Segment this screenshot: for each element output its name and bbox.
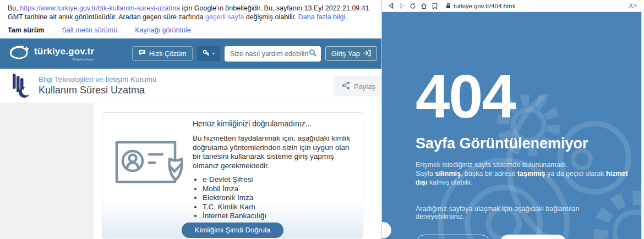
auth-description-text: Bu hizmetten faydalanmak için, aşağıdaki…: [193, 134, 355, 170]
key-icon: [203, 49, 210, 58]
forward-icon[interactable]: [397, 2, 406, 10]
bookmark-icon[interactable]: [430, 2, 439, 10]
home-icon[interactable]: [419, 2, 428, 10]
service-title: Kullanım Süresi Uzatma: [39, 85, 156, 96]
error-code: 404: [416, 70, 628, 123]
back-icon[interactable]: [386, 2, 395, 10]
address-url: turkiye.gov.tr/404.html: [454, 3, 515, 9]
error-page-viewport: 404 Sayfa Görüntülenemiyor Erişmek isted…: [382, 12, 641, 239]
browser-toolbar: turkiye.gov.tr/404.html 文A: [382, 0, 644, 12]
quick-solution-button[interactable]: Hızlı Çözüm: [132, 46, 193, 61]
service-header: Bilgi Teknolojileri ve İletişim Kurumu K…: [0, 69, 381, 103]
quick-solution-label: Hızlı Çözüm: [149, 50, 187, 58]
search-icon[interactable]: [309, 49, 316, 59]
homepage-button[interactable]: ANASAYFA: [500, 235, 567, 239]
tab-text-only-version[interactable]: Salt metin sürümü: [62, 26, 117, 34]
go-back-button[interactable]: ← GERİ DÖN: [416, 235, 490, 239]
help-search-box: [225, 46, 321, 62]
cache-version-tabs: Tam sürüm Salt metin sürümü Kaynağı görü…: [0, 21, 381, 38]
toolbar-divider: [641, 2, 641, 10]
error-description: Erişmek istediğiniz sayfa sistemde bulun…: [416, 160, 628, 187]
cached-url-link[interactable]: https://www.turkiye.gov.tr/btk-kullanim-…: [20, 4, 180, 12]
auth-method-item: İnternet Bankacılığı: [203, 212, 355, 221]
current-page-link[interactable]: geçerli sayfa: [205, 13, 244, 21]
auth-intro-text: Henüz kimliğinizi doğrulamadınız...: [193, 119, 355, 128]
edevlet-swirl-icon: [7, 43, 31, 64]
id-card-shield-icon: [115, 137, 188, 194]
share-icon: [342, 81, 350, 91]
cached-page-panel: Bu, https://www.turkiye.gov.tr/btk-kulla…: [0, 0, 381, 239]
tab-view-source[interactable]: Kaynağı görüntüle: [135, 26, 190, 34]
auth-required-card: Henüz kimliğinizi doğrulamadınız... Bu h…: [102, 112, 363, 238]
main-area: Henüz kimliğinizi doğrulamadınız... Bu h…: [94, 103, 381, 239]
cache-notice-suffix: değişmiş olabilir.: [244, 13, 298, 21]
content-row: Henüz kimliğinizi doğrulamadınız... Bu h…: [0, 103, 381, 239]
error-title: Sayfa Görüntülenemiyor: [416, 135, 628, 152]
auth-method-item: Mobil İmza: [203, 185, 355, 194]
translate-icon[interactable]: 文A: [629, 2, 637, 9]
help-search-input[interactable]: [230, 50, 309, 58]
reload-icon[interactable]: [408, 2, 417, 10]
screen: Bu, https://www.turkiye.gov.tr/btk-kulla…: [0, 0, 644, 239]
scrollbar-gutter[interactable]: [641, 12, 644, 239]
edevlet-logo[interactable]: türkiye.gov.tr Türkiye'nin Kapısı: [7, 43, 94, 64]
site-header: türkiye.gov.tr Türkiye'nin Kapısı Hızlı …: [0, 38, 381, 69]
chat-bubble-icon: [138, 49, 146, 58]
share-button[interactable]: Paylaş: [334, 76, 381, 96]
auth-method-item: e-Devlet Şifresi: [203, 175, 355, 185]
browser-404-panel: turkiye.gov.tr/404.html 文A: [381, 0, 644, 239]
auth-methods-list: e-Devlet Şifresi Mobil İmza Elektronik İ…: [203, 175, 355, 221]
sidebar-placeholder: [0, 103, 94, 239]
more-info-link[interactable]: Daha fazla bilgi.: [298, 13, 347, 21]
google-cache-notice: Bu, https://www.turkiye.gov.tr/btk-kulla…: [0, 0, 381, 21]
error-hint: Aradığınız sayfaya ulaşmak için aşağıdak…: [416, 205, 628, 220]
login-button[interactable]: Giriş Yap: [325, 46, 377, 61]
auth-method-item: T.C. Kimlik Kartı: [203, 203, 355, 212]
address-bar[interactable]: turkiye.gov.tr/404.html: [446, 1, 626, 11]
chevron-down-icon: ▾: [212, 51, 215, 56]
logo-tagline: Türkiye'nin Kapısı: [73, 58, 95, 61]
verify-identity-button[interactable]: Kimliğimi Şimdi Doğrula: [182, 223, 283, 238]
login-arrow-icon: [363, 49, 371, 58]
cache-notice-prefix: Bu,: [8, 4, 20, 12]
logo-title: türkiye.gov.tr: [34, 46, 94, 57]
organization-link[interactable]: Bilgi Teknolojileri ve İletişim Kurumu: [39, 75, 156, 84]
login-label: Giriş Yap: [331, 49, 360, 58]
lock-icon: [446, 1, 451, 11]
tab-full-version[interactable]: Tam sürüm: [8, 26, 44, 34]
key-dropdown-button[interactable]: ▾: [197, 46, 220, 61]
auth-method-item: Elektronik İmza: [203, 193, 355, 203]
btk-logo: [11, 73, 33, 99]
share-label: Paylaş: [354, 82, 375, 91]
